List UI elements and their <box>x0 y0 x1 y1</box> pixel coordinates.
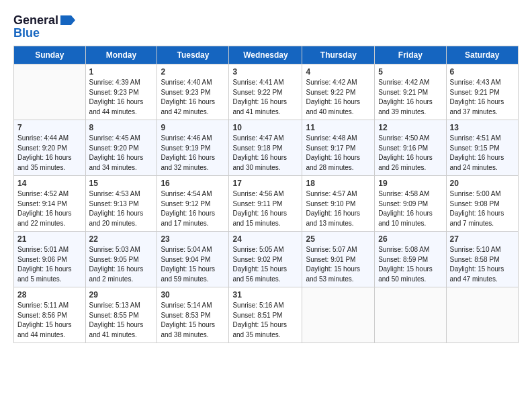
calendar-day-cell <box>302 287 375 343</box>
day-number: 18 <box>306 179 371 188</box>
calendar-day-cell: 8Sunrise: 4:45 AMSunset: 9:20 PMDaylight… <box>85 120 157 176</box>
calendar-day-cell: 21Sunrise: 5:01 AMSunset: 9:06 PMDayligh… <box>14 232 86 287</box>
day-number: 28 <box>17 290 82 300</box>
day-number: 6 <box>450 67 515 77</box>
day-number: 16 <box>161 179 225 188</box>
calendar-day-cell: 31Sunrise: 5:16 AMSunset: 8:51 PMDayligh… <box>229 287 302 343</box>
calendar-day-header: Saturday <box>446 46 518 64</box>
calendar-day-header: Sunday <box>14 46 86 64</box>
day-detail: Sunrise: 4:57 AMSunset: 9:10 PMDaylight:… <box>306 189 371 228</box>
day-number: 19 <box>378 179 442 188</box>
calendar-day-cell: 17Sunrise: 4:56 AMSunset: 9:11 PMDayligh… <box>229 176 302 232</box>
day-number: 13 <box>450 123 515 132</box>
day-number: 25 <box>306 234 371 244</box>
calendar-day-cell <box>375 287 446 343</box>
day-number: 27 <box>450 234 515 244</box>
calendar-day-cell: 16Sunrise: 4:54 AMSunset: 9:12 PMDayligh… <box>157 176 229 232</box>
calendar-day-cell: 18Sunrise: 4:57 AMSunset: 9:10 PMDayligh… <box>302 176 375 232</box>
day-detail: Sunrise: 4:42 AMSunset: 9:21 PMDaylight:… <box>378 78 442 117</box>
calendar-day-cell: 12Sunrise: 4:50 AMSunset: 9:16 PMDayligh… <box>375 120 446 176</box>
day-number: 15 <box>89 179 154 188</box>
day-detail: Sunrise: 5:05 AMSunset: 9:02 PMDaylight:… <box>232 245 298 284</box>
day-detail: Sunrise: 4:53 AMSunset: 9:13 PMDaylight:… <box>89 189 154 228</box>
calendar-day-cell: 11Sunrise: 4:48 AMSunset: 9:17 PMDayligh… <box>302 120 375 176</box>
day-detail: Sunrise: 5:11 AMSunset: 8:56 PMDaylight:… <box>17 301 82 340</box>
day-detail: Sunrise: 4:45 AMSunset: 9:20 PMDaylight:… <box>89 134 154 173</box>
day-number: 22 <box>89 234 154 244</box>
svg-marker-0 <box>60 15 75 25</box>
day-number: 10 <box>232 123 298 132</box>
day-number: 26 <box>378 234 442 244</box>
day-detail: Sunrise: 4:43 AMSunset: 9:21 PMDaylight:… <box>450 78 515 117</box>
day-number: 17 <box>232 179 298 188</box>
calendar-day-cell: 23Sunrise: 5:04 AMSunset: 9:04 PMDayligh… <box>157 232 229 287</box>
calendar-day-cell: 19Sunrise: 4:58 AMSunset: 9:09 PMDayligh… <box>375 176 446 232</box>
day-number: 24 <box>232 234 298 244</box>
logo-triangle-icon <box>60 15 75 28</box>
day-number: 8 <box>89 123 154 132</box>
day-number: 7 <box>17 123 82 132</box>
page: General Blue SundayMondayTuesdayWednesda… <box>0 0 532 350</box>
day-detail: Sunrise: 4:50 AMSunset: 9:16 PMDaylight:… <box>378 134 442 173</box>
day-detail: Sunrise: 4:54 AMSunset: 9:12 PMDaylight:… <box>161 189 225 228</box>
calendar-day-header: Wednesday <box>229 46 302 64</box>
day-number: 23 <box>161 234 225 244</box>
calendar-day-cell: 5Sunrise: 4:42 AMSunset: 9:21 PMDaylight… <box>375 64 446 120</box>
day-number: 20 <box>450 179 515 188</box>
day-number: 2 <box>161 67 225 77</box>
day-detail: Sunrise: 5:00 AMSunset: 9:08 PMDaylight:… <box>450 189 515 228</box>
calendar-day-header: Monday <box>85 46 157 64</box>
day-number: 5 <box>378 67 442 77</box>
day-detail: Sunrise: 5:16 AMSunset: 8:51 PMDaylight:… <box>232 301 298 340</box>
day-number: 29 <box>89 290 154 300</box>
calendar-day-cell: 30Sunrise: 5:14 AMSunset: 8:53 PMDayligh… <box>157 287 229 343</box>
calendar-day-cell: 2Sunrise: 4:40 AMSunset: 9:23 PMDaylight… <box>157 64 229 120</box>
calendar-day-cell: 29Sunrise: 5:13 AMSunset: 8:55 PMDayligh… <box>85 287 157 343</box>
day-detail: Sunrise: 5:07 AMSunset: 9:01 PMDaylight:… <box>306 245 371 284</box>
logo: General Blue <box>13 13 75 40</box>
calendar-week-row: 14Sunrise: 4:52 AMSunset: 9:14 PMDayligh… <box>14 176 519 232</box>
calendar-day-cell: 6Sunrise: 4:43 AMSunset: 9:21 PMDaylight… <box>446 64 518 120</box>
day-number: 1 <box>89 67 154 77</box>
day-detail: Sunrise: 5:08 AMSunset: 8:59 PMDaylight:… <box>378 245 442 284</box>
logo-general: General <box>13 13 58 28</box>
calendar-day-cell: 3Sunrise: 4:41 AMSunset: 9:22 PMDaylight… <box>229 64 302 120</box>
calendar-day-cell: 15Sunrise: 4:53 AMSunset: 9:13 PMDayligh… <box>85 176 157 232</box>
calendar-day-cell: 20Sunrise: 5:00 AMSunset: 9:08 PMDayligh… <box>446 176 518 232</box>
calendar-day-cell: 1Sunrise: 4:39 AMSunset: 9:23 PMDaylight… <box>85 64 157 120</box>
day-detail: Sunrise: 5:04 AMSunset: 9:04 PMDaylight:… <box>161 245 225 284</box>
calendar-day-cell: 4Sunrise: 4:42 AMSunset: 9:22 PMDaylight… <box>302 64 375 120</box>
calendar-day-cell: 25Sunrise: 5:07 AMSunset: 9:01 PMDayligh… <box>302 232 375 287</box>
day-number: 11 <box>306 123 371 132</box>
day-detail: Sunrise: 4:56 AMSunset: 9:11 PMDaylight:… <box>232 189 298 228</box>
calendar-week-row: 7Sunrise: 4:44 AMSunset: 9:20 PMDaylight… <box>14 120 519 176</box>
calendar-day-cell <box>446 287 518 343</box>
day-number: 30 <box>161 290 225 300</box>
calendar-day-header: Friday <box>375 46 446 64</box>
calendar-day-cell: 7Sunrise: 4:44 AMSunset: 9:20 PMDaylight… <box>14 120 86 176</box>
day-number: 9 <box>161 123 225 132</box>
day-detail: Sunrise: 5:03 AMSunset: 9:05 PMDaylight:… <box>89 245 154 284</box>
calendar-day-cell <box>14 64 86 120</box>
calendar-week-row: 21Sunrise: 5:01 AMSunset: 9:06 PMDayligh… <box>14 232 519 287</box>
calendar-day-cell: 10Sunrise: 4:47 AMSunset: 9:18 PMDayligh… <box>229 120 302 176</box>
day-detail: Sunrise: 5:13 AMSunset: 8:55 PMDaylight:… <box>89 301 154 340</box>
day-detail: Sunrise: 4:58 AMSunset: 9:09 PMDaylight:… <box>378 189 442 228</box>
day-number: 21 <box>17 234 82 244</box>
calendar-week-row: 28Sunrise: 5:11 AMSunset: 8:56 PMDayligh… <box>14 287 519 343</box>
day-detail: Sunrise: 4:39 AMSunset: 9:23 PMDaylight:… <box>89 78 154 117</box>
calendar-day-cell: 26Sunrise: 5:08 AMSunset: 8:59 PMDayligh… <box>375 232 446 287</box>
day-detail: Sunrise: 4:44 AMSunset: 9:20 PMDaylight:… <box>17 134 82 173</box>
day-detail: Sunrise: 5:14 AMSunset: 8:53 PMDaylight:… <box>161 301 225 340</box>
day-detail: Sunrise: 4:42 AMSunset: 9:22 PMDaylight:… <box>306 78 371 117</box>
day-detail: Sunrise: 4:40 AMSunset: 9:23 PMDaylight:… <box>161 78 225 117</box>
calendar-day-header: Tuesday <box>157 46 229 64</box>
calendar: SundayMondayTuesdayWednesdayThursdayFrid… <box>13 46 519 343</box>
day-number: 31 <box>232 290 298 300</box>
day-detail: Sunrise: 4:51 AMSunset: 9:15 PMDaylight:… <box>450 134 515 173</box>
day-detail: Sunrise: 4:52 AMSunset: 9:14 PMDaylight:… <box>17 189 82 228</box>
day-number: 3 <box>232 67 298 77</box>
day-number: 12 <box>378 123 442 132</box>
logo-blue: Blue <box>13 26 40 40</box>
calendar-day-cell: 22Sunrise: 5:03 AMSunset: 9:05 PMDayligh… <box>85 232 157 287</box>
